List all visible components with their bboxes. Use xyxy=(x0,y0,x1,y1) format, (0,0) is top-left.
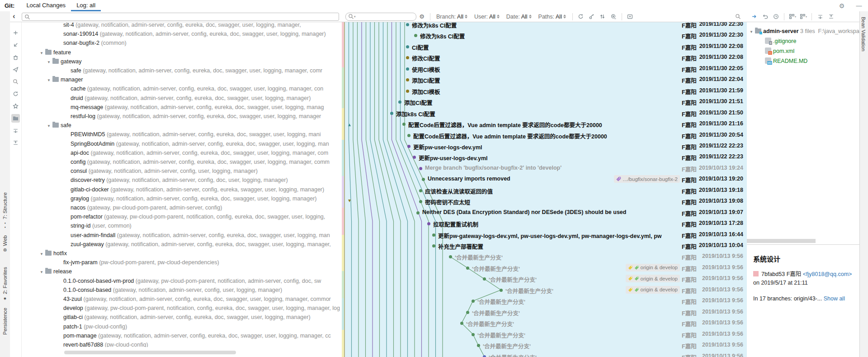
branch-folder-feature[interactable]: ▼feature xyxy=(22,48,342,57)
ref-label[interactable]: origin & develop xyxy=(626,264,680,271)
ref-label[interactable]: origin & develop xyxy=(626,286,680,294)
refresh-button[interactable] xyxy=(576,12,585,21)
commit-row[interactable]: 添加CI配置 F嘉阳 2019/11/30 21:51 xyxy=(342,96,747,107)
branch-item-pom-refactor[interactable]: pom-refactor (gateway, pw-cloud-pom-pare… xyxy=(22,212,342,221)
changed-root-admin-server[interactable]: ▼admin-server 3 files F:\java_workspace xyxy=(747,27,860,36)
rollback-button[interactable] xyxy=(760,12,769,21)
branch-folder-gateway[interactable]: ▼gateway xyxy=(22,57,342,66)
commit-row[interactable]: 使用CI模板 F嘉阳 2019/11/30 22:05 xyxy=(342,63,747,74)
branch-item-config[interactable]: config (gateway, notification, admin-ser… xyxy=(22,157,342,167)
commit-row[interactable]: 应该检查从流读取返回的值 F嘉阳 2019/10/13 19:18 xyxy=(342,185,747,196)
commit-row[interactable]: Neither DES (Data Encryption Standard) n… xyxy=(342,207,747,218)
history-button[interactable] xyxy=(771,12,780,21)
commit-row[interactable]: '合并最新生产分支' F嘉阳 2019/10/13 9:56 xyxy=(342,251,747,262)
back-button[interactable]: ‹ xyxy=(13,12,15,21)
view-options-button[interactable]: ▾ xyxy=(799,12,808,21)
preview-diff-button[interactable] xyxy=(609,12,618,21)
branch-item-discover-retry[interactable]: discover-retry (gateway, notification, a… xyxy=(22,176,342,185)
branch-folder-manager[interactable]: ▼manager xyxy=(22,75,342,84)
show-diff-button[interactable] xyxy=(11,41,20,49)
branch-item-pom-manage[interactable]: pom-manage (gateway, notification, admin… xyxy=(22,331,342,340)
commit-row[interactable]: '合并最新生产分支' F嘉阳 2019/10/13 9:56 xyxy=(342,318,747,328)
log-search-box[interactable]: ▾ xyxy=(345,13,416,21)
ref-label[interactable]: origin & develop xyxy=(626,275,680,282)
branches-hscrollbar[interactable] xyxy=(64,351,236,354)
branch-folder-release[interactable]: ▼release xyxy=(22,267,342,276)
stripe-structure[interactable]: ▪▪7: Structure xyxy=(0,192,10,229)
favorite-button[interactable] xyxy=(11,102,20,110)
add-button[interactable] xyxy=(11,29,20,37)
find-button[interactable] xyxy=(733,12,742,21)
branch-item-sonar-190914[interactable]: sonar-190914 (gateway, notification, adm… xyxy=(22,29,342,38)
branch-search-box[interactable] xyxy=(22,13,339,21)
details-hscrollbar[interactable] xyxy=(747,239,816,243)
branch-item-consul[interactable]: consul (gateway, notification, admin-ser… xyxy=(22,167,342,176)
hide-button[interactable]: — xyxy=(854,1,863,10)
commit-row[interactable]: Merge branch 'bugfix/sonar-bugfix-2' int… xyxy=(342,163,747,174)
branch-item-druid[interactable]: druid (gateway, notification, admin-serv… xyxy=(22,94,342,103)
branch-item-zuul-gateway[interactable]: zuul-gateway (gateway, notification, adm… xyxy=(22,240,342,249)
commit-row[interactable]: 添加CI配置 F嘉阳 2019/11/30 22:04 xyxy=(342,74,747,85)
branch-item-api-doc[interactable]: api-doc (gateway, notification, admin-se… xyxy=(22,148,342,157)
tab-log-all[interactable]: Log: all xyxy=(71,0,101,11)
branch-item-develop[interactable]: develop (gateway, pw-cloud-pom-parent, n… xyxy=(22,304,342,313)
commit-row[interactable]: '合并最新生产分支'origin & develop F嘉阳 2019/10/1… xyxy=(342,273,747,284)
stripe-bean-validation[interactable]: Bean Validation xyxy=(861,17,866,51)
branch-item-SpringBootAdmin[interactable]: SpringBootAdmin (gateway, notification, … xyxy=(22,139,342,148)
commit-row[interactable]: 添加CI模板 F嘉阳 2019/11/30 21:59 xyxy=(342,86,747,96)
go-to-hash-button[interactable] xyxy=(587,12,596,21)
branch-item-0.1.0-consol-based-vm-prod[interactable]: 0.1.0-consol-based-vm-prod (gateway, pw-… xyxy=(22,276,342,286)
ref-label[interactable]: …/bugfix/sonar-bugfix-2 xyxy=(614,175,680,183)
branch-item-mq-message[interactable]: mq-message (gateway, notification, admin… xyxy=(22,103,342,112)
commit-row[interactable]: '合并最新生产分支'origin & develop F嘉阳 2019/10/1… xyxy=(342,262,747,273)
stripe-persistence[interactable]: Persistence xyxy=(0,308,10,335)
commit-row[interactable]: '合并最新生产分支' F嘉阳 2019/10/13 9:56 xyxy=(342,351,747,357)
changed-file-README.MD[interactable]: MDREADME.MD xyxy=(747,57,860,66)
collapse-all-button[interactable] xyxy=(826,12,835,21)
branch-item-patch-1[interactable]: patch-1 (pw-cloud-config) xyxy=(22,322,342,331)
open-new-tab-button[interactable] xyxy=(626,12,635,21)
jump-to-source-button[interactable] xyxy=(750,12,759,21)
commit-row[interactable]: 更新pw-gateway-logs-dev.yml, pw-user-logs-… xyxy=(342,229,747,240)
group-by-directory-button[interactable] xyxy=(11,114,20,123)
branch-item-fix-jvm-param[interactable]: fix-jvm-param (pw-cloud-pom-parent, pw-c… xyxy=(22,258,342,267)
commit-row[interactable]: 修改为k8s CI配置 F嘉阳 2019/11/30 22:30 xyxy=(342,22,747,30)
commit-row[interactable]: 修改CI配置 F嘉阳 2019/11/30 22:08 xyxy=(342,52,747,63)
group-by-button[interactable]: ▾ xyxy=(788,12,797,21)
branch-item-gitlab-ci-docker[interactable]: gitlab-ci-docker (gateway, notification,… xyxy=(22,185,342,194)
branch-item-sit-4[interactable]: sit-4 (gateway, notification, admin-serv… xyxy=(22,22,342,29)
sort-button[interactable] xyxy=(598,12,607,21)
delete-button[interactable] xyxy=(11,53,20,62)
branch-item-revert-baf67d88[interactable]: revert-baf67d88 (pw-cloud-config) xyxy=(22,340,342,347)
commit-row[interactable]: '合并最新生产分支' F嘉阳 2019/10/13 9:56 xyxy=(342,329,747,340)
branch-item-nacos[interactable]: nacos (gateway, pw-cloud-pom-parent, adm… xyxy=(22,203,342,212)
commit-row[interactable]: 密码密钥不应太短 F嘉阳 2019/10/13 19:08 xyxy=(342,196,747,207)
branch-item-restful-log[interactable]: restful-log (gateway, notification, admi… xyxy=(22,112,342,121)
stripe-favorites[interactable]: ★2: Favorites xyxy=(0,267,10,301)
filter-paths[interactable]: Paths:All xyxy=(538,14,566,20)
author-email-link[interactable]: <fjy8018@qq.com> xyxy=(803,271,852,277)
commit-row[interactable]: 更新pw-user-logs-dev.yml F嘉阳 2019/11/22 22… xyxy=(342,141,747,152)
stripe-web[interactable]: ◍Web xyxy=(0,235,10,252)
tab-local-changes[interactable]: Local Changes xyxy=(21,0,71,11)
branch-item-43-zuul[interactable]: 43-zuul (gateway, notification, admin-se… xyxy=(22,295,342,304)
branch-item-gitlab-ci[interactable]: gitlab-ci (gateway, notification, admin-… xyxy=(22,313,342,322)
commit-row[interactable]: '合并最新生产分支' F嘉阳 2019/10/13 9:56 xyxy=(342,307,747,318)
branch-folder-hotfix[interactable]: ▼hotfix xyxy=(22,249,342,258)
filter-date[interactable]: Date:All xyxy=(506,14,532,20)
branch-item-safe[interactable]: safe (gateway, notification, admin-serve… xyxy=(22,66,342,75)
commit-row[interactable]: '合并最新生产分支' F嘉阳 2019/10/13 9:56 xyxy=(342,295,747,306)
commit-row[interactable]: 拉取配置重试机制 F嘉阳 2019/10/13 17:28 xyxy=(342,218,747,229)
show-all-link[interactable]: Show all xyxy=(824,295,845,302)
branch-item-string-id[interactable]: string-id (user, common) xyxy=(22,221,342,230)
log-search-input[interactable] xyxy=(356,13,416,20)
changed-file-.gitignore[interactable]: ⊘.gitignore xyxy=(747,37,860,46)
commit-row[interactable]: 更新pw-user-logs-dev.yml F嘉阳 2019/11/22 22… xyxy=(342,152,747,162)
commit-row[interactable]: 补充生产部署配置 F嘉阳 2019/10/13 10:04 xyxy=(342,240,747,251)
branch-item-user-admin-findall[interactable]: user-admin-findall (gateway, notificatio… xyxy=(22,231,342,240)
pin-button[interactable] xyxy=(11,65,20,74)
commit-row[interactable]: Unnecessary imports removed…/bugfix/sona… xyxy=(342,174,747,185)
commit-row[interactable]: CI配置 F嘉阳 2019/11/30 22:08 xyxy=(342,41,747,52)
branch-folder-safe[interactable]: ▼safe xyxy=(22,121,342,130)
commit-row[interactable]: '合并最新生产分支' F嘉阳 2019/10/13 9:56 xyxy=(342,340,747,351)
